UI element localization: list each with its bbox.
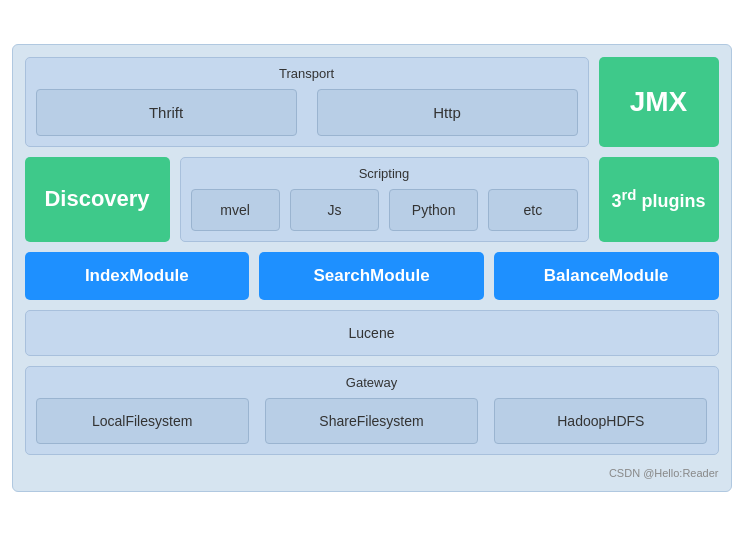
scripting-items: mvel Js Python etc	[191, 189, 578, 231]
scripting-js: Js	[290, 189, 379, 231]
row-modules: IndexModule SearchModule BalanceModule	[25, 252, 719, 300]
jmx-label: JMX	[630, 86, 688, 118]
scripting-label: Scripting	[191, 166, 578, 181]
index-module: IndexModule	[25, 252, 250, 300]
search-module: SearchModule	[259, 252, 484, 300]
lucene-section: Lucene	[25, 310, 719, 356]
plugins-label: 3rd plugins	[611, 185, 705, 213]
lucene-label: Lucene	[349, 325, 395, 341]
scripting-etc: etc	[488, 189, 577, 231]
row-transport: Transport Thrift Http JMX	[25, 57, 719, 147]
scripting-python: Python	[389, 189, 478, 231]
transport-http: Http	[317, 89, 578, 136]
transport-label: Transport	[36, 66, 578, 81]
watermark: CSDN @Hello:Reader	[25, 467, 719, 479]
scripting-mvel: mvel	[191, 189, 280, 231]
jmx-box: JMX	[599, 57, 719, 147]
gateway-section: Gateway LocalFilesystem ShareFilesystem …	[25, 366, 719, 455]
discovery-box: Discovery	[25, 157, 170, 242]
gateway-items: LocalFilesystem ShareFilesystem HadoopHD…	[36, 398, 708, 444]
gateway-share: ShareFilesystem	[265, 398, 478, 444]
plugins-superscript: rd	[622, 186, 637, 203]
gateway-local: LocalFilesystem	[36, 398, 249, 444]
gateway-hadoop: HadoopHDFS	[494, 398, 707, 444]
transport-thrift: Thrift	[36, 89, 297, 136]
gateway-label: Gateway	[36, 375, 708, 390]
balance-module: BalanceModule	[494, 252, 719, 300]
discovery-label: Discovery	[44, 186, 149, 212]
transport-items: Thrift Http	[36, 89, 578, 136]
architecture-diagram: Transport Thrift Http JMX Discovery Scri…	[12, 44, 732, 492]
transport-section: Transport Thrift Http	[25, 57, 589, 147]
row-scripting: Discovery Scripting mvel Js Python etc 3…	[25, 157, 719, 242]
plugins-box: 3rd plugins	[599, 157, 719, 242]
scripting-section: Scripting mvel Js Python etc	[180, 157, 589, 242]
